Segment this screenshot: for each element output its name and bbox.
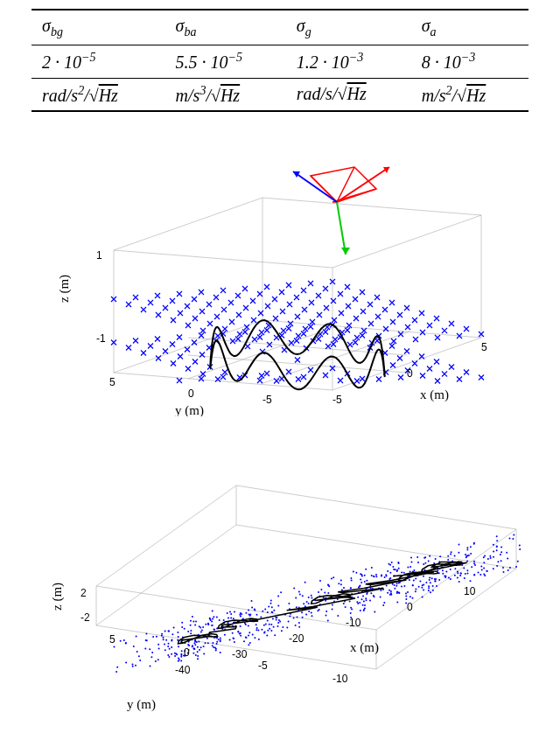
- svg-point-76: [483, 556, 485, 558]
- svg-point-566: [136, 635, 137, 637]
- svg-point-644: [180, 660, 182, 661]
- svg-point-306: [295, 597, 297, 599]
- svg-point-183: [388, 563, 390, 565]
- svg-point-324: [324, 592, 326, 594]
- svg-point-328: [364, 604, 366, 606]
- svg-point-136: [364, 581, 366, 583]
- svg-point-496: [202, 626, 204, 628]
- svg-line-15: [337, 202, 346, 255]
- svg-point-509: [213, 646, 214, 648]
- svg-point-426: [277, 605, 279, 607]
- svg-point-181: [425, 582, 427, 583]
- svg-point-441: [260, 617, 262, 618]
- svg-point-658: [158, 659, 159, 660]
- svg-line-10: [311, 176, 337, 202]
- svg-point-436: [271, 611, 273, 613]
- svg-point-208: [374, 576, 375, 577]
- svg-point-98: [465, 573, 466, 575]
- svg-point-603: [178, 659, 180, 660]
- svg-point-301: [398, 568, 400, 569]
- header-sigma-a: σa: [411, 10, 528, 45]
- svg-point-27: [490, 557, 492, 559]
- svg-point-371: [327, 620, 329, 622]
- svg-point-154: [432, 590, 434, 591]
- svg-point-179: [386, 585, 388, 587]
- svg-point-235: [351, 580, 353, 582]
- svg-point-350: [415, 578, 416, 580]
- svg-point-493: [171, 646, 172, 648]
- unit-sigma-bg: rad/s2/√Hz: [32, 79, 165, 112]
- svg-point-473: [276, 617, 277, 618]
- svg-point-325: [326, 614, 327, 616]
- svg-point-335: [308, 597, 310, 598]
- svg-point-169: [466, 555, 468, 556]
- svg-point-546: [270, 624, 272, 625]
- x-tick: -5: [332, 394, 342, 406]
- svg-point-334: [403, 572, 405, 574]
- x-axis-label: x (m): [350, 640, 379, 655]
- y-tick: 5: [109, 633, 116, 646]
- svg-point-643: [197, 651, 199, 653]
- svg-point-62: [467, 573, 469, 575]
- svg-point-554: [190, 625, 192, 626]
- svg-point-360: [422, 584, 424, 586]
- svg-point-659: [216, 637, 218, 639]
- svg-point-456: [240, 632, 242, 634]
- svg-point-461: [295, 625, 297, 626]
- unit-sigma-a: m/s2/√Hz: [411, 79, 528, 112]
- svg-point-655: [125, 642, 127, 644]
- svg-point-304: [360, 574, 362, 576]
- svg-point-322: [423, 589, 424, 590]
- svg-point-572: [155, 660, 157, 662]
- svg-point-464: [296, 606, 298, 608]
- svg-point-556: [190, 620, 192, 622]
- svg-point-404: [203, 646, 205, 647]
- svg-point-40: [447, 559, 449, 561]
- svg-point-354: [363, 610, 365, 611]
- svg-point-288: [302, 595, 304, 597]
- svg-point-571: [178, 658, 179, 660]
- svg-point-291: [311, 595, 312, 597]
- svg-point-628: [193, 648, 195, 650]
- svg-point-367: [332, 609, 333, 611]
- svg-point-374: [366, 580, 368, 582]
- svg-point-407: [269, 628, 270, 630]
- svg-point-286: [371, 575, 373, 576]
- svg-point-240: [401, 586, 402, 588]
- svg-point-275: [304, 582, 306, 583]
- svg-point-375: [230, 618, 232, 619]
- svg-point-364: [380, 590, 382, 591]
- svg-point-197: [428, 585, 430, 587]
- svg-point-471: [261, 629, 262, 631]
- svg-point-294: [297, 616, 298, 618]
- svg-point-302: [301, 611, 303, 613]
- svg-point-526: [194, 639, 196, 641]
- svg-point-418: [229, 611, 231, 612]
- svg-point-617: [168, 631, 170, 632]
- svg-point-466: [240, 635, 242, 637]
- svg-point-474: [216, 643, 218, 645]
- svg-point-412: [266, 635, 268, 637]
- svg-point-492: [258, 639, 260, 640]
- svg-point-231: [407, 566, 409, 568]
- svg-point-223: [460, 573, 462, 575]
- svg-point-395: [281, 630, 283, 632]
- svg-point-650: [203, 653, 205, 654]
- svg-point-216: [387, 592, 388, 594]
- svg-point-91: [493, 544, 494, 546]
- svg-point-63: [438, 579, 440, 581]
- svg-point-178: [386, 575, 388, 576]
- svg-point-387: [254, 637, 256, 639]
- svg-point-78: [458, 552, 459, 554]
- svg-point-637: [190, 632, 192, 634]
- header-sigma-g: σg: [286, 10, 411, 45]
- svg-point-654: [120, 640, 122, 642]
- svg-point-612: [114, 646, 116, 648]
- svg-point-385: [198, 640, 200, 642]
- svg-point-72: [442, 569, 444, 571]
- svg-point-159: [350, 577, 352, 579]
- svg-point-619: [190, 630, 192, 632]
- svg-point-64: [506, 552, 508, 554]
- svg-point-503: [273, 610, 275, 611]
- svg-point-513: [214, 647, 216, 649]
